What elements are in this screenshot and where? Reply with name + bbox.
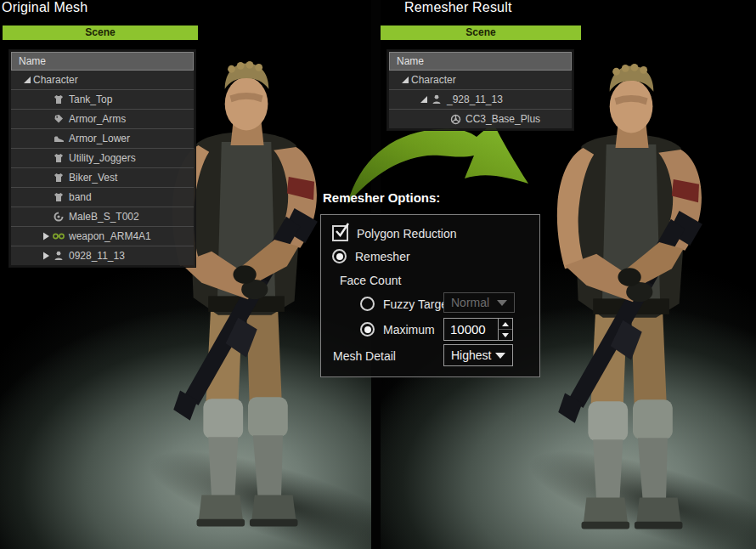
remesher-result-title: Remesher Result [404,0,512,15]
checkmark-icon [335,222,352,239]
shirt-icon [52,153,65,163]
tree-row-label: _928_11_13 [447,93,503,105]
polygon-reduction-checkbox[interactable] [332,225,348,241]
fuzzy-target-dropdown[interactable]: Normal [443,292,515,313]
fuzzy-target-label: Fuzzy Target [383,297,451,311]
tag-icon [52,114,65,124]
tree-rows: Character_928_11_13CC3_Base_Plus [389,71,572,128]
expanded-twisty-icon[interactable] [418,95,430,104]
tree-row-armor_lower[interactable]: Armor_Lower [11,129,194,149]
remesher-row: Remesher [332,249,410,263]
tree-row-label: Biker_Vest [69,172,117,184]
tree-name-column-header[interactable]: Name [11,52,194,71]
tree-row-label: band [69,191,92,203]
scene-tree-original: Name CharacterTank_TopArmor_ArmsArmor_Lo… [8,49,196,268]
tree-name-column-header[interactable]: Name [389,52,572,71]
tree-row-label: 0928_11_13 [69,250,125,262]
tree-row-0928_11_13[interactable]: 0928_11_13 [11,246,194,265]
tree-row-_928_11_13[interactable]: _928_11_13 [389,90,572,110]
hair-icon [52,212,65,222]
tree-row-label: Tank_Top [69,93,112,105]
scene-tab-remeshed[interactable]: Scene [381,25,581,40]
mesh-detail-value: Highest [451,348,491,362]
chevron-down-icon [497,300,507,306]
spin-up-icon [502,322,509,326]
tree-row-biker_vest[interactable]: Biker_Vest [11,168,194,188]
polygon-reduction-row: Polygon Reduction [332,225,457,241]
fuzzy-target-radio[interactable] [360,297,375,311]
person-icon [52,251,65,261]
tree-row-label: MaleB_S_T002 [69,211,139,223]
tree-rows: CharacterTank_TopArmor_ArmsArmor_LowerUt… [11,71,194,265]
expanded-twisty-icon[interactable] [21,76,33,84]
mesh-icon [449,114,462,125]
tree-row-label: Character [33,74,78,86]
spin-down-button[interactable] [499,330,512,340]
tree-row-label: Armor_Arms [69,113,126,125]
tree-row-armor_arms[interactable]: Armor_Arms [11,110,194,129]
fuzzy-target-value: Normal [451,296,489,309]
shoe-icon [52,133,65,144]
maximum-radio[interactable] [360,322,375,337]
tree-row-cc3_base_plus[interactable]: CC3_Base_Plus [389,110,572,128]
original-mesh-title: Original Mesh [2,0,87,15]
polygon-reduction-label: Polygon Reduction [357,227,457,241]
tree-row-maleb_s_t002[interactable]: MaleB_S_T002 [11,207,194,227]
tree-row-character[interactable]: Character [389,71,572,90]
tree-row-label: Armor_Lower [69,133,130,144]
collapsed-twisty-icon[interactable] [40,232,52,241]
maximum-row: Maximum [360,322,435,337]
mesh-detail-label: Mesh Detail [333,349,396,363]
maximum-label: Maximum [383,323,435,337]
tree-row-label: CC3_Base_Plus [465,113,540,125]
tree-row-band[interactable]: band [11,188,194,207]
collapsed-twisty-icon[interactable] [40,252,52,260]
tree-row-utility_joggers[interactable]: Utility_Joggers [11,149,194,168]
shirt-icon [52,192,65,202]
person-icon [430,94,443,105]
scene-tab-original[interactable]: Scene [3,25,198,40]
remesher-radio[interactable] [332,249,347,263]
spinner-buttons[interactable] [498,319,512,340]
tree-row-label: Utility_Joggers [69,152,136,164]
remesher-label: Remesher [355,250,410,263]
shirt-icon [52,94,65,105]
spin-down-icon [502,333,509,337]
face-count-label: Face Count [340,274,401,287]
chevron-down-icon [495,353,505,359]
expanded-twisty-icon[interactable] [399,76,411,84]
tree-row-label: weapon_ARM4A1 [69,230,151,242]
maximum-face-count-value[interactable]: 10000 [444,319,498,340]
tree-row-tank_top[interactable]: Tank_Top [11,90,194,110]
shirt-icon [52,173,65,183]
mesh-detail-dropdown[interactable]: Highest [443,344,513,366]
glasses-icon [52,232,65,241]
tree-row-character[interactable]: Character [11,71,194,90]
remesher-options-title: Remesher Options: [323,190,440,205]
tree-row-weapon_arm4a1[interactable]: weapon_ARM4A1 [11,227,194,246]
tree-row-label: Character [411,74,456,86]
remesher-comparison-screen: Original Mesh Remesher Result Scene Scen… [0,0,756,549]
remesher-options-dialog: Polygon Reduction Remesher Face Count Fu… [320,214,540,377]
fuzzy-target-row: Fuzzy Target [360,297,451,311]
maximum-face-count-input[interactable]: 10000 [443,318,513,341]
spin-up-button[interactable] [499,319,512,330]
scene-tree-remeshed: Name Character_928_11_13CC3_Base_Plus [386,49,574,131]
